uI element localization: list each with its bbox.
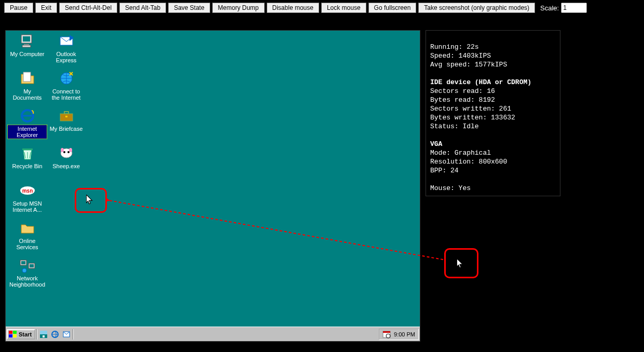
pause-button[interactable]: Pause bbox=[4, 3, 33, 13]
svg-rect-1 bbox=[23, 36, 30, 42]
svg-rect-30 bbox=[43, 335, 45, 337]
my-computer-icon bbox=[19, 33, 36, 49]
stat-resolution: Resolution: 800x600 bbox=[430, 158, 507, 166]
take-screenshot-button[interactable]: Take screenshot (only graphic modes) bbox=[418, 3, 535, 13]
quick-launch-desktop-icon[interactable] bbox=[38, 329, 49, 340]
stat-avg-speed: Avg speed: 1577kIPS bbox=[430, 61, 507, 69]
svg-rect-12 bbox=[30, 264, 34, 267]
desktop-icon-label: Setup MSN Internet A... bbox=[8, 200, 47, 213]
svg-rect-34 bbox=[383, 331, 390, 333]
desktop-icon-label: My Computer bbox=[9, 50, 45, 58]
taskbar-separator bbox=[73, 329, 74, 340]
tray-scheduler-icon[interactable] bbox=[382, 330, 391, 339]
system-tray: 9:00 PM bbox=[379, 329, 419, 340]
stat-ide-header: IDE device (HDA or CDROM) bbox=[430, 78, 531, 86]
svg-point-22 bbox=[61, 148, 64, 152]
svg-rect-29 bbox=[40, 331, 47, 334]
stat-bytes-read: Bytes read: 8192 bbox=[430, 96, 495, 104]
stat-status: Status: Idle bbox=[430, 123, 479, 130]
stat-sectors-read: Sectors read: 16 bbox=[430, 87, 495, 95]
svg-point-13 bbox=[22, 268, 26, 273]
disable-mouse-button[interactable]: Disable mouse bbox=[267, 3, 319, 13]
stat-mouse: Mouse: Yes bbox=[430, 184, 471, 192]
scale-input[interactable] bbox=[561, 3, 587, 13]
quick-launch bbox=[38, 329, 72, 340]
my-documents-icon bbox=[19, 70, 36, 87]
quick-launch-outlook-icon[interactable] bbox=[61, 329, 72, 340]
lock-mouse-button[interactable]: Lock mouse bbox=[321, 3, 366, 13]
cursor-icon bbox=[457, 259, 464, 269]
desktop-icon-label: My Briefcase bbox=[49, 125, 84, 132]
svg-point-35 bbox=[386, 334, 390, 338]
desktop-icon-label: Recycle Bin bbox=[11, 163, 43, 170]
stat-speed: Speed: 1403kIPS bbox=[430, 52, 491, 60]
stat-vga-header: VGA bbox=[430, 140, 442, 148]
desktop-icon-connect-internet[interactable]: Connect to the Internet bbox=[47, 70, 86, 101]
svg-text:msn: msn bbox=[22, 188, 33, 194]
stat-running: Running: 22s bbox=[430, 43, 479, 51]
send-ctrl-alt-del-button[interactable]: Send Ctrl-Alt-Del bbox=[59, 3, 117, 13]
quick-launch-ie-icon[interactable] bbox=[50, 329, 60, 340]
start-label: Start bbox=[19, 331, 32, 337]
win98-desktop[interactable]: My ComputerMy DocumentsInternet Explorer… bbox=[6, 31, 420, 327]
desktop-icon-sheep-exe[interactable]: Sheep.exe bbox=[47, 145, 86, 170]
windows-logo-icon bbox=[9, 331, 17, 338]
cursor-icon bbox=[86, 195, 93, 205]
memory-dump-button[interactable]: Memory Dump bbox=[212, 3, 265, 13]
desktop-icon-my-documents[interactable]: My Documents bbox=[8, 70, 47, 101]
desktop-icon-setup-msn[interactable]: msnSetup MSN Internet A... bbox=[8, 182, 47, 213]
svg-rect-27 bbox=[13, 334, 17, 337]
desktop-icon-label: Online Services bbox=[8, 237, 47, 251]
start-button[interactable]: Start bbox=[7, 329, 35, 340]
desktop-icon-online-services[interactable]: Online Services bbox=[8, 220, 47, 251]
desktop-icon-outlook-express[interactable]: Outlook Express bbox=[47, 33, 86, 64]
stat-mode: Mode: Graphical bbox=[430, 149, 491, 157]
send-alt-tab-button[interactable]: Send Alt-Tab bbox=[119, 3, 166, 13]
exit-button[interactable]: Exit bbox=[35, 3, 57, 13]
connect-internet-icon bbox=[58, 70, 75, 87]
desktop-icon-recycle-bin[interactable]: Recycle Bin bbox=[8, 145, 47, 170]
sheep-exe-icon bbox=[58, 145, 75, 161]
stat-bpp: BPP: 24 bbox=[430, 167, 459, 174]
setup-msn-icon: msn bbox=[19, 182, 36, 199]
stats-panel: Running: 22s Speed: 1403kIPS Avg speed: … bbox=[426, 30, 560, 196]
desktop-icon-label: Network Neighborhood bbox=[8, 275, 47, 288]
svg-rect-17 bbox=[64, 112, 68, 114]
svg-rect-4 bbox=[23, 72, 31, 82]
outlook-express-icon bbox=[58, 33, 75, 49]
desktop-icon-label: Outlook Express bbox=[47, 50, 86, 64]
emulator-toolbar: Pause Exit Send Ctrl-Alt-Del Send Alt-Ta… bbox=[0, 0, 644, 16]
desktop-icon-internet-explorer[interactable]: Internet Explorer bbox=[8, 107, 47, 139]
desktop-icon-label: Sheep.exe bbox=[51, 163, 81, 170]
svg-rect-24 bbox=[9, 331, 12, 334]
stat-sectors-written: Sectors written: 261 bbox=[430, 105, 511, 113]
desktop-icon-label: Connect to the Internet bbox=[47, 88, 86, 101]
scale-label: Scale: bbox=[540, 4, 559, 12]
taskbar-separator bbox=[36, 329, 37, 340]
desktop-icon-my-computer[interactable]: My Computer bbox=[8, 33, 47, 58]
my-briefcase-icon bbox=[58, 107, 75, 124]
desktop-icon-label: Internet Explorer bbox=[8, 125, 47, 139]
svg-point-20 bbox=[63, 151, 65, 153]
svg-rect-26 bbox=[9, 334, 12, 337]
vm-screen[interactable]: My ComputerMy DocumentsInternet Explorer… bbox=[5, 30, 420, 342]
recycle-bin-icon bbox=[19, 145, 36, 161]
save-state-button[interactable]: Save State bbox=[168, 3, 210, 13]
svg-rect-3 bbox=[22, 45, 31, 47]
taskbar: Start 9:00 PM bbox=[6, 327, 420, 341]
internet-explorer-icon bbox=[19, 107, 36, 124]
desktop-icon-my-briefcase[interactable]: My Briefcase bbox=[47, 107, 86, 132]
online-services-icon bbox=[19, 220, 36, 236]
network-neighborhood-icon bbox=[19, 257, 36, 274]
desktop-icon-network-neighborhood[interactable]: Network Neighborhood bbox=[8, 257, 47, 288]
svg-rect-10 bbox=[21, 261, 25, 264]
svg-point-21 bbox=[67, 151, 70, 153]
tray-clock[interactable]: 9:00 PM bbox=[394, 331, 415, 337]
svg-rect-18 bbox=[65, 116, 67, 117]
desktop-icon-label: My Documents bbox=[8, 88, 47, 101]
svg-rect-6 bbox=[22, 148, 33, 150]
svg-point-23 bbox=[69, 148, 72, 152]
svg-rect-25 bbox=[13, 331, 17, 334]
stat-bytes-written: Bytes written: 133632 bbox=[430, 114, 515, 121]
go-fullscreen-button[interactable]: Go fullscreen bbox=[368, 3, 417, 13]
